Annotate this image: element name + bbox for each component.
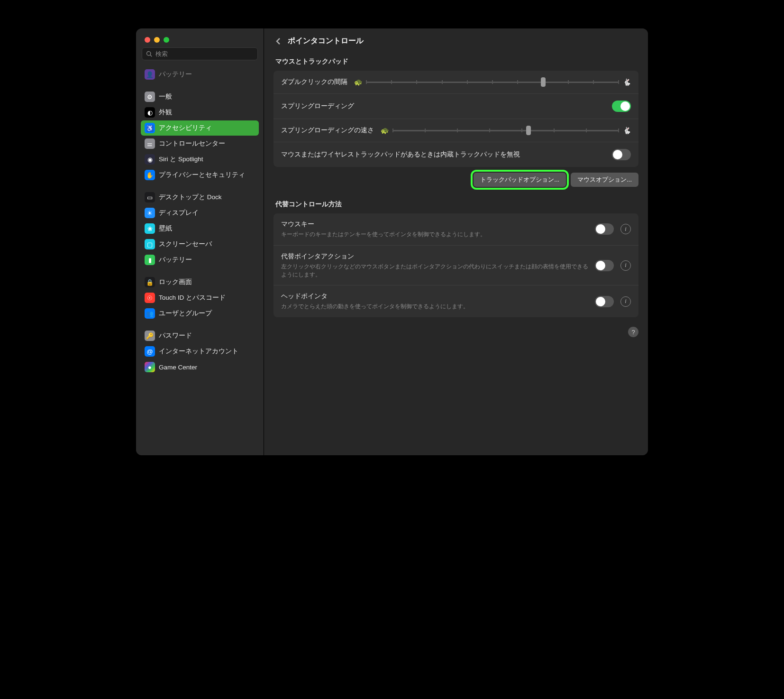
doubleclick-label: ダブルクリックの間隔 [281, 78, 347, 86]
altaction-label: 代替ポインタアクション [281, 252, 588, 261]
sidebar-item-label: Touch ID とパスコード [159, 294, 226, 302]
fullscreen-icon[interactable] [164, 37, 169, 43]
sidebar-item[interactable]: ▮バッテリー [141, 252, 259, 267]
sidebar-item[interactable]: ☀ディスプレイ [141, 205, 259, 221]
minimize-icon[interactable] [154, 37, 160, 43]
headpointer-toggle[interactable] [595, 296, 614, 307]
sidebar-item[interactable]: ⚙一般 [141, 89, 259, 104]
springspeed-label: スプリングローディングの速さ [281, 126, 374, 135]
settings-window: 👤パッテリー⚙一般◐外観♿アクセシビリティ⚌コントロールセンター◉Siri と … [136, 28, 648, 455]
row-head-pointer: ヘッドポインタ カメラでとらえた頭の動きを使ってポインタを制御できるようにします… [273, 285, 638, 317]
sidebar-item-icon: ♿ [145, 123, 155, 133]
page-title: ポインタコントロール [288, 36, 364, 46]
options-buttons-row: トラックパッドオプション... マウスオプション... [273, 173, 638, 187]
sidebar-item-icon: 👥 [145, 308, 155, 319]
sidebar-item[interactable]: ✋プライバシーとセキュリティ [141, 167, 259, 183]
springload-toggle[interactable] [612, 101, 631, 112]
search-field[interactable] [155, 50, 254, 57]
headpointer-label: ヘッドポインタ [281, 292, 588, 301]
panel-mouse-trackpad: ダブルクリックの間隔 🐢 🐇 スプリングローディング [273, 71, 638, 167]
row-spring-loading: スプリングローディング [273, 94, 638, 119]
sidebar-item-label: Siri と Spotlight [159, 155, 203, 164]
mousekeys-info-button[interactable]: i [620, 224, 631, 234]
sidebar-item-icon: ❀ [145, 223, 155, 234]
sidebar-item-label: アクセシビリティ [159, 124, 212, 132]
content-pane: ポインタコントロール マウスとトラックパッド ダブルクリックの間隔 🐢 🐇 [264, 28, 648, 455]
sidebar-item[interactable]: ◉Siri と Spotlight [141, 152, 259, 167]
altaction-info-button[interactable]: i [620, 260, 631, 271]
chevron-left-icon [276, 37, 281, 45]
row-doubleclick-speed: ダブルクリックの間隔 🐢 🐇 [273, 71, 638, 94]
sidebar-item[interactable]: ▭デスクトップと Dock [141, 190, 259, 205]
search-icon [146, 51, 153, 57]
sidebar-item-icon: ▮ [145, 255, 155, 265]
section-mouse-trackpad-label: マウスとトラックパッド [275, 57, 637, 66]
altaction-toggle[interactable] [595, 260, 614, 271]
help-button[interactable]: ? [628, 327, 638, 337]
sidebar-item-label: インターネットアカウント [159, 347, 238, 356]
close-icon[interactable] [145, 37, 150, 43]
turtle-icon: 🐢 [381, 127, 389, 134]
back-button[interactable] [273, 37, 283, 46]
sidebar-item-label: デスクトップと Dock [159, 193, 222, 202]
ignore-toggle[interactable] [612, 149, 631, 160]
mousekeys-toggle[interactable] [595, 223, 614, 235]
sidebar-item-icon: ● [145, 362, 155, 372]
section-alt-control-label: 代替コントロール方法 [275, 200, 637, 209]
sidebar-item[interactable]: ❀壁紙 [141, 221, 259, 236]
sidebar-item[interactable]: 👥ユーザとグループ [141, 306, 259, 321]
sidebar-item[interactable]: 🔒ロック画面 [141, 275, 259, 290]
sidebar-item-label: ディスプレイ [159, 209, 199, 217]
sidebar-item-label: プライバシーとセキュリティ [159, 171, 245, 179]
mouse-options-button[interactable]: マウスオプション... [571, 173, 638, 187]
trackpad-options-button[interactable]: トラックパッドオプション... [474, 173, 566, 187]
sidebar-item-icon: ☉ [145, 293, 155, 303]
sidebar-item-icon: @ [145, 346, 155, 357]
sidebar-item-icon: ✋ [145, 170, 155, 180]
sidebar: 👤パッテリー⚙一般◐外観♿アクセシビリティ⚌コントロールセンター◉Siri と … [136, 28, 264, 455]
sidebar-item[interactable]: @インターネットアカウント [141, 344, 259, 359]
sidebar-item-label: 壁紙 [159, 224, 172, 233]
sidebar-item-label: 外観 [159, 108, 172, 117]
mousekeys-desc: キーボードのキーまたはテンキーを使ってポインタを制御できるようにします。 [281, 230, 588, 239]
sidebar-item[interactable]: ⚌コントロールセンター [141, 136, 259, 151]
sidebar-item-label: パスワード [159, 331, 192, 340]
sidebar-item-icon: 🔑 [145, 331, 155, 341]
sidebar-item-icon: ⚙ [145, 92, 155, 102]
headpointer-desc: カメラでとらえた頭の動きを使ってポインタを制御できるようにします。 [281, 303, 588, 311]
sidebar-item[interactable]: 🔑パスワード [141, 328, 259, 343]
headpointer-info-button[interactable]: i [620, 296, 631, 307]
row-alt-pointer-action: 代替ポインタアクション 左クリックや右クリックなどのマウスボタンまたはポインタア… [273, 246, 638, 286]
springspeed-slider[interactable]: 🐢 🐇 [381, 126, 631, 135]
altaction-desc: 左クリックや右クリックなどのマウスボタンまたはポインタアクションの代わりにスイッ… [281, 263, 588, 279]
sidebar-item-icon: ▭ [145, 192, 155, 202]
sidebar-item[interactable]: ◐外観 [141, 105, 259, 120]
search-input[interactable] [142, 47, 258, 60]
window-controls [136, 28, 264, 47]
content-body: マウスとトラックパッド ダブルクリックの間隔 🐢 🐇 [264, 53, 648, 455]
sidebar-item[interactable]: ♿アクセシビリティ [141, 120, 259, 136]
sidebar-item-label: 一般 [159, 92, 172, 101]
sidebar-item[interactable]: ▢スクリーンセーバ [141, 237, 259, 252]
sidebar-item-label: ユーザとグループ [159, 309, 212, 318]
row-mouse-keys: マウスキー キーボードのキーまたはテンキーを使ってポインタを制御できるようにしま… [273, 213, 638, 246]
sidebar-item[interactable]: ●Game Center [141, 359, 259, 375]
rabbit-icon: 🐇 [623, 78, 631, 86]
sidebar-item-icon: ◉ [145, 154, 155, 165]
sidebar-item-label: スクリーンセーバ [159, 240, 212, 248]
sidebar-item-label: Game Center [159, 364, 197, 371]
sidebar-item-label: コントロールセンター [159, 139, 225, 148]
sidebar-item-label: パッテリー [159, 70, 192, 79]
sidebar-item[interactable]: ☉Touch ID とパスコード [141, 290, 259, 305]
row-spring-speed: スプリングローディングの速さ 🐢 🐇 [273, 119, 638, 142]
sidebar-nav: 👤パッテリー⚙一般◐外観♿アクセシビリティ⚌コントロールセンター◉Siri と … [136, 65, 264, 455]
sidebar-item-icon: 🔒 [145, 277, 155, 287]
rabbit-icon: 🐇 [623, 127, 631, 134]
doubleclick-slider[interactable]: 🐢 🐇 [354, 77, 631, 87]
ignore-label: マウスまたはワイヤレストラックパッドがあるときは内蔵トラックパッドを無視 [281, 150, 605, 159]
sidebar-item-label: ロック画面 [159, 278, 192, 286]
sidebar-item[interactable]: 👤パッテリー [141, 67, 259, 82]
springload-label: スプリングローディング [281, 102, 605, 110]
sidebar-item-icon: ☀ [145, 208, 155, 218]
content-header: ポインタコントロール [264, 28, 648, 53]
